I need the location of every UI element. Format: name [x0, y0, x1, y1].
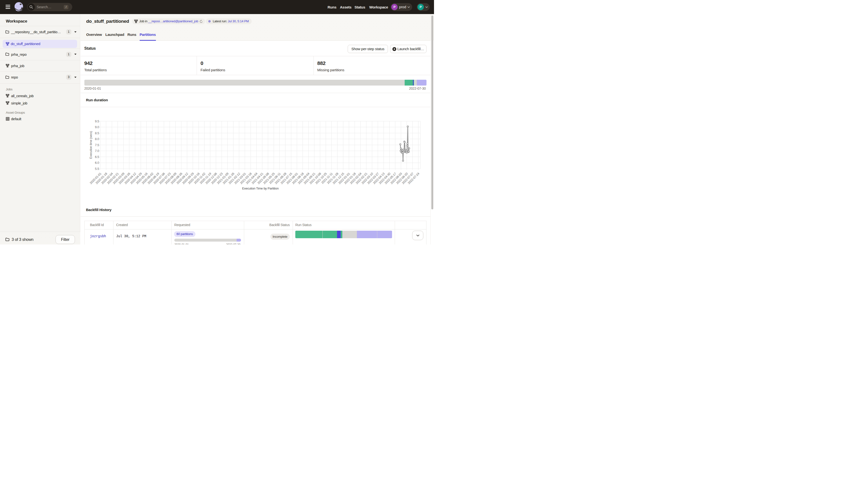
svg-text:6.0: 6.0	[95, 161, 99, 165]
svg-text:7.5: 7.5	[95, 143, 99, 147]
svg-text:Execution Time by Partition: Execution Time by Partition	[242, 187, 279, 190]
svg-text:8.0: 8.0	[95, 137, 99, 141]
svg-text:6.5: 6.5	[95, 155, 99, 159]
svg-text:Execution time (secs): Execution time (secs)	[89, 131, 92, 159]
svg-text:9.0: 9.0	[95, 125, 99, 129]
svg-text:9.5: 9.5	[95, 120, 99, 123]
svg-text:8.5: 8.5	[95, 131, 99, 135]
svg-text:7.0: 7.0	[95, 149, 99, 153]
svg-text:5.5: 5.5	[95, 167, 99, 171]
